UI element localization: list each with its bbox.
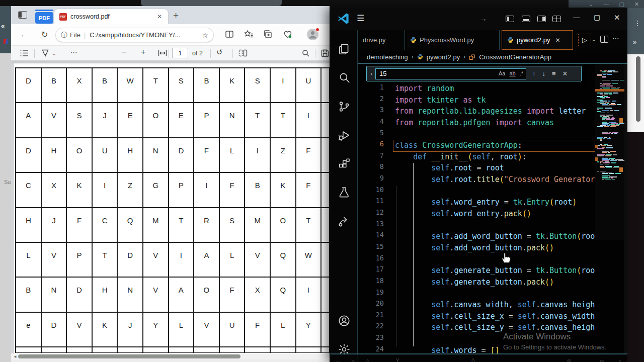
extensions-icon[interactable] xyxy=(338,157,351,170)
fit-width-icon[interactable] xyxy=(158,49,167,57)
code-line[interactable]: self.add_word_button.pack() xyxy=(395,242,595,254)
workspaces-icon[interactable] xyxy=(18,11,27,19)
code-line[interactable] xyxy=(395,254,595,265)
code-lines[interactable]: import randomimport tkinter as tkfrom re… xyxy=(395,83,595,356)
pdf-search-icon[interactable] xyxy=(302,49,310,57)
explorer-icon[interactable] xyxy=(338,43,351,56)
draw-pen-icon[interactable] xyxy=(41,49,49,57)
nav-forward-icon[interactable]: → xyxy=(479,14,487,23)
page-number-input[interactable]: 1 xyxy=(172,48,188,58)
pen-dropdown-icon[interactable]: ⌄ xyxy=(52,51,56,56)
info-icon[interactable]: ⓘ xyxy=(61,31,67,40)
pdf-pinned-badge[interactable]: PDF xyxy=(35,12,53,24)
scroll-left-arrow-icon[interactable]: ◄ xyxy=(13,354,17,359)
pdf-more-icon[interactable]: ⋯ xyxy=(70,48,77,56)
code-line[interactable]: class CrosswordGeneratorApp: xyxy=(395,140,595,151)
match-case-icon[interactable]: Aa xyxy=(499,70,505,76)
profile-avatar[interactable] xyxy=(307,29,318,40)
scrollbar-thumb[interactable] xyxy=(18,354,240,358)
find-expand-chevron-icon[interactable]: › xyxy=(370,70,372,77)
zoom-in-button[interactable]: + xyxy=(141,48,145,57)
save-icon[interactable] xyxy=(321,49,329,57)
code-line[interactable]: def __init__(self, root): xyxy=(395,151,595,163)
code-line[interactable]: self.root.title("Crossword Generator") xyxy=(395,174,595,186)
breadcrumb-item[interactable]: pyword2.py xyxy=(427,53,460,61)
grid-cell xyxy=(194,347,219,353)
breadcrumb-item[interactable]: demoteaching xyxy=(367,53,408,61)
code-line[interactable]: import tkinter as tk xyxy=(395,95,595,106)
favorite-star-icon[interactable]: ☆ xyxy=(202,31,208,39)
toc-icon[interactable] xyxy=(20,49,29,57)
favorites-icon[interactable] xyxy=(244,29,255,40)
minimap[interactable] xyxy=(595,64,624,240)
editor-more-actions-icon[interactable]: ⋯ xyxy=(612,34,619,42)
back-button[interactable]: ← xyxy=(20,30,29,40)
code-line[interactable] xyxy=(395,186,595,197)
vscode-logo-icon[interactable] xyxy=(337,12,350,25)
live-share-icon[interactable] xyxy=(338,215,351,228)
menu-icon[interactable]: ☰ xyxy=(357,13,364,24)
find-close-icon[interactable]: ✕ xyxy=(562,70,568,77)
code-line[interactable]: self.word_entry.pack() xyxy=(395,208,595,220)
code-line[interactable]: self.generate_button = tk.Button(root, xyxy=(395,265,595,277)
customize-layout-icon[interactable] xyxy=(552,16,561,22)
maximize-button[interactable]: ▢ xyxy=(594,13,600,21)
line-number: 2 xyxy=(371,95,384,106)
grid-cell xyxy=(219,347,245,353)
code-line[interactable]: self.root = root xyxy=(395,162,595,174)
pdf-horizontal-scrollbar[interactable]: ◄ xyxy=(11,353,330,359)
close-button[interactable]: ✕ xyxy=(614,13,620,22)
tab-close-icon[interactable]: ✕ xyxy=(156,13,163,20)
run-button[interactable]: ▷ xyxy=(578,34,591,46)
tab-close-icon[interactable]: ✕ xyxy=(555,37,560,44)
editor-tab-PhyscrossWord-py[interactable]: PhyscrossWord.py xyxy=(405,30,500,50)
find-in-selection-icon[interactable]: ≡ xyxy=(552,70,556,77)
line-number: 6 xyxy=(371,140,384,151)
split-editor-icon[interactable] xyxy=(600,36,608,43)
new-tab-button[interactable]: + xyxy=(173,10,179,21)
background-scrollbar-thumb[interactable] xyxy=(636,56,640,122)
breadcrumb-item[interactable]: CrosswordGeneratorApp xyxy=(479,53,551,61)
code-editor[interactable]: 123456789101112131415161718192021222324 … xyxy=(358,64,627,353)
source-control-icon[interactable] xyxy=(338,100,351,113)
grid-cell xyxy=(321,347,330,353)
find-previous-icon[interactable]: ↑ xyxy=(532,70,536,77)
regex-icon[interactable]: .* xyxy=(520,70,523,76)
refresh-button[interactable]: ↻ xyxy=(41,30,48,39)
code-line[interactable]: self.generate_button.pack() xyxy=(395,277,595,288)
code-line[interactable] xyxy=(395,288,595,300)
zoom-out-button[interactable]: − xyxy=(122,48,126,57)
address-bar[interactable]: ⓘ File | C:/xampp/htdocs/YTMONEY/... ☆ xyxy=(55,28,214,42)
code-line[interactable] xyxy=(395,129,595,140)
editor-tab-drive-py[interactable]: drive.py xyxy=(358,30,405,50)
find-input[interactable]: 15 Aa ab .* xyxy=(375,68,526,79)
code-line[interactable] xyxy=(395,220,595,231)
browser-essentials-icon[interactable] xyxy=(283,29,294,40)
accounts-icon[interactable] xyxy=(338,314,351,327)
toggle-sidebar-icon[interactable] xyxy=(506,16,514,22)
toggle-panel-icon[interactable] xyxy=(522,16,530,22)
whole-word-icon[interactable]: ab xyxy=(509,70,515,76)
find-next-icon[interactable]: ↓ xyxy=(542,70,546,77)
rotate-icon[interactable]: ↺ xyxy=(216,48,223,57)
editor-scrollbar[interactable] xyxy=(624,64,627,353)
run-debug-icon[interactable] xyxy=(338,129,351,142)
testing-icon[interactable] xyxy=(338,186,351,199)
code-line[interactable]: from reportlab.pdfgen import canvas xyxy=(395,117,595,129)
page-view-icon[interactable] xyxy=(238,49,248,57)
code-line[interactable]: self.add_word_button = tk.Button(root, xyxy=(395,231,595,242)
run-dropdown-icon[interactable]: ⌄ xyxy=(592,37,596,42)
code-line[interactable]: from reportlab.lib.pagesizes import lett… xyxy=(395,106,595,117)
code-line[interactable]: self.word_entry = tk.Entry(root) xyxy=(395,197,595,208)
editor-tab-pyword2-py[interactable]: pyword2.py✕ xyxy=(502,30,573,50)
code-line[interactable]: self.cell_size_x = self.canvas_width / xyxy=(395,311,595,322)
collections-icon[interactable] xyxy=(263,29,274,40)
minimize-button[interactable]: — xyxy=(573,13,580,21)
search-icon[interactable] xyxy=(338,71,351,84)
split-screen-icon[interactable] xyxy=(224,29,235,40)
code-line[interactable]: import random xyxy=(395,83,595,95)
browser-tab-crossword-pdf[interactable]: PDF crossword.pdf ✕ xyxy=(54,9,168,24)
code-line[interactable]: self.canvas_width, self.canvas_height xyxy=(395,299,595,311)
toggle-secondary-sidebar-icon[interactable] xyxy=(537,16,546,22)
minimap-row xyxy=(609,94,612,95)
